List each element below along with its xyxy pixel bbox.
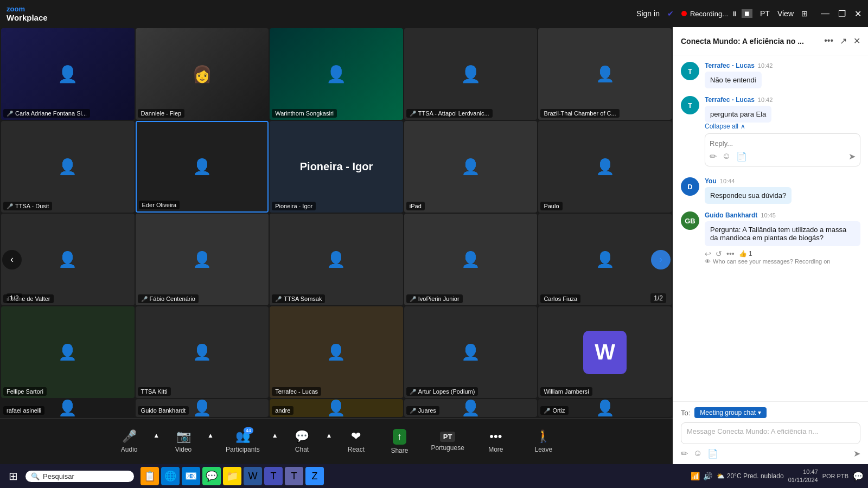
taskbar-search-box[interactable]: 🔍 Pesquisar [25, 471, 134, 482]
participant-label-16: Fellipe Sartori [3, 387, 47, 396]
reply-send-icon[interactable]: ➤ [848, 151, 856, 162]
to-label: To: [681, 409, 690, 417]
video-cell-14[interactable]: 👤 🎤 IvoPierin Junior [404, 214, 538, 305]
portuguese-button[interactable]: PT Portuguese [421, 427, 474, 456]
volume-icon: 🔊 [703, 472, 712, 480]
video-cell-20[interactable]: W William Jambersí [538, 306, 672, 398]
pause-icon[interactable]: ⏸ [731, 10, 738, 18]
reply-input[interactable] [710, 139, 856, 147]
video-feed-19: 👤 [404, 306, 538, 398]
video-cell-1[interactable]: 👤 🎤 Carla Adriane Fontana Si... [1, 28, 135, 120]
share-button[interactable]: ↑ Share [378, 425, 421, 459]
chat-close-icon[interactable]: ✕ [853, 36, 860, 46]
leave-button[interactable]: 🚶 Leave [522, 425, 565, 458]
recording-dot [681, 11, 687, 16]
reply-pen-icon[interactable]: ✏ [710, 151, 717, 162]
taskbar-search-placeholder: Pesquisar [43, 472, 74, 480]
video-cell-16[interactable]: 👤 Fellipe Sartori [1, 306, 135, 398]
meeting-group-chat-badge[interactable]: Meeting group chat ▾ [694, 407, 767, 418]
reply-emoji-icon[interactable]: ☺ [722, 151, 731, 162]
participant-name-4: TTSA - Attapol Lerdvanic... [418, 110, 489, 117]
video-cell-2[interactable]: 👩 Danniele - Fiep [136, 28, 269, 120]
video-cell-25[interactable]: 👤 🎤 Ortiz [538, 399, 672, 417]
taskbar-whatsapp-icon[interactable]: 💬 [202, 467, 221, 485]
input-pen-icon[interactable]: ✏ [681, 448, 688, 459]
more-reaction-icon[interactable]: ••• [726, 249, 735, 258]
chat-more-icon[interactable]: ••• [824, 36, 833, 46]
taskbar-files-icon[interactable]: 📁 [223, 467, 241, 485]
taskbar-teams-icon[interactable]: T [264, 467, 283, 485]
windows-start-button[interactable]: ⊞ [4, 467, 22, 485]
react-reaction-icon[interactable]: ↺ [716, 249, 722, 258]
video-cell-24[interactable]: 👤 🎤 Juares [404, 399, 538, 417]
video-cell-13[interactable]: 👤 🎤 TTSA Somsak [270, 214, 403, 305]
video-cell-18[interactable]: 👤 Terrafec - Lucas [270, 306, 403, 398]
react-button[interactable]: ❤ React [334, 425, 378, 458]
mic-muted-icon-1: 🎤 [7, 111, 13, 117]
taskbar-teams2-icon[interactable]: T [285, 467, 303, 485]
taskbar-apps: 📋 🌐 📧 💬 📁 W T T Z [141, 467, 324, 485]
video-cell-21[interactable]: 👤 rafael asinelli [1, 399, 135, 417]
participant-label-5: Brazil-Thai Chamber of C... [540, 109, 619, 118]
participant-name-9: iPad [410, 203, 422, 209]
notification-icon[interactable]: 💬 [853, 471, 864, 481]
video-cell-17[interactable]: 👤 TTSA Kitti [136, 306, 269, 398]
next-page-button[interactable]: › [651, 250, 671, 269]
msg-content-3: You 10:44 Respondeu sua dúvida? [705, 177, 860, 204]
stop-icon[interactable]: ⏹ [742, 9, 752, 18]
video-cell-8[interactable]: Pioneira - Igor Pioneira - Igor [270, 121, 403, 213]
chat-caret[interactable]: ▲ [324, 425, 335, 439]
participants-caret[interactable]: ▲ [270, 425, 280, 439]
chat-button[interactable]: 💬 Chat [280, 425, 324, 458]
collapse-all-button[interactable]: Collapse all ∧ [705, 123, 860, 130]
minimize-button[interactable]: — [821, 9, 829, 19]
video-cell-5[interactable]: 👤 Brazil-Thai Chamber of C... [538, 28, 672, 120]
restore-button[interactable]: ❐ [838, 9, 846, 19]
video-area: 👤 🎤 Carla Adriane Fontana Si... 👩 Dannie… [0, 27, 673, 464]
participant-name-1: Carla Adriane Fontana Si... [15, 110, 87, 117]
input-emoji-icon[interactable]: ☺ [693, 448, 702, 459]
audio-caret[interactable]: ▲ [151, 425, 162, 439]
share-label: Share [391, 447, 408, 454]
message-input-box[interactable]: Message Conecta Mundo: A eficiência n... [681, 422, 860, 444]
video-cell-6[interactable]: 👤 🎤 TTSA - Dusit [1, 121, 135, 213]
video-caret[interactable]: ▲ [205, 425, 216, 439]
input-attach-icon[interactable]: 📄 [707, 448, 718, 459]
more-button[interactable]: ••• More [474, 425, 518, 458]
video-cell-12[interactable]: 👤 🎤 Fábio Centenário [136, 214, 269, 305]
participants-button[interactable]: 👥 44 Participants [216, 425, 270, 458]
taskbar-notes-icon[interactable]: 📋 [141, 467, 159, 485]
video-cell-4[interactable]: 👤 🎤 TTSA - Attapol Lerdvanic... [404, 28, 538, 120]
video-cell-22[interactable]: 👤 Guido Bankhardt [136, 399, 269, 417]
participant-name-24: Juares [418, 407, 436, 414]
prev-page-button[interactable]: ‹ [2, 250, 22, 269]
video-cell-11[interactable]: 👤 iPhone de Valter ‹ 1/2 [1, 214, 135, 305]
audio-button[interactable]: 🎤 Audio [107, 425, 151, 458]
chat-popout-icon[interactable]: ↗ [840, 36, 847, 46]
input-send-icon[interactable]: ➤ [853, 448, 860, 459]
taskbar-outlook-icon[interactable]: 📧 [182, 467, 200, 485]
main-content: 👤 🎤 Carla Adriane Fontana Si... 👩 Dannie… [0, 27, 868, 464]
video-cell-23[interactable]: 👤 andre [270, 399, 403, 417]
reply-attach-icon[interactable]: 📄 [736, 151, 747, 162]
portuguese-label: Portuguese [431, 444, 464, 452]
participant-label-23: andre [272, 406, 293, 415]
close-button[interactable]: ✕ [854, 9, 861, 19]
view-button[interactable]: View [777, 9, 794, 18]
mic-muted-icon-19: 🎤 [410, 389, 416, 395]
video-button[interactable]: 📷 Video [162, 425, 205, 458]
sign-in-button[interactable]: Sign in [636, 9, 660, 18]
taskbar-edge-icon[interactable]: 🌐 [161, 467, 180, 485]
participant-label-6: 🎤 TTSA - Dusit [3, 202, 52, 210]
video-cell-9[interactable]: 👤 iPad [404, 121, 538, 213]
video-cell-15[interactable]: 👤 Carlos Fiuza › 1/2 [538, 214, 672, 305]
reply-reaction-icon[interactable]: ↩ [705, 249, 711, 258]
taskbar-word-icon[interactable]: W [244, 467, 262, 485]
taskbar-zoom-icon[interactable]: Z [305, 467, 324, 485]
audio-label: Audio [121, 446, 138, 453]
video-cell-7[interactable]: 👤 Eder Oliveira [136, 121, 269, 213]
video-feed-9: 👤 [404, 121, 538, 213]
video-cell-10[interactable]: 👤 Paulo [538, 121, 672, 213]
video-cell-19[interactable]: 👤 🎤 Artur Lopes (Podium) [404, 306, 538, 398]
video-cell-3[interactable]: 👤 Warinthorn Songkasiri [270, 28, 403, 120]
